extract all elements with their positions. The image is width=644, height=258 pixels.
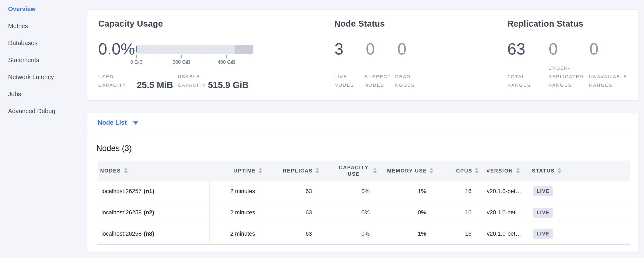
node-id: (n2) [144,209,154,216]
axis-tick [226,55,226,58]
nodes-count-heading: Nodes (3) [96,144,132,153]
capacity-usage-title: Capacity Usage [98,19,163,29]
cpus-cell: 16 [426,230,472,237]
uptime-cell: 2 minutes [210,230,255,237]
capacity-bar-other-segment [235,45,253,54]
capacity-bar-usable-segment [136,45,235,54]
column-header-nodes[interactable]: NODES [98,168,210,174]
capacity-use-cell: 0% [312,209,370,216]
node-address-cell[interactable]: localhost:26258 (n3) [98,223,210,244]
column-header-replicas[interactable]: REPLICAS [255,168,312,174]
uptime-cell: 2 minutes [210,209,255,216]
used-capacity-value: 25.5 MiB [137,80,173,90]
cpus-cell: 16 [426,188,472,195]
dead-nodes-label: DEAD NODES [395,73,415,89]
column-header-memory-use[interactable]: MEMORY USE [370,168,426,174]
usable-capacity-value: 515.9 GiB [208,80,248,90]
cpus-cell: 16 [426,209,472,216]
status-cell: LIVE [532,186,630,196]
memory-use-cell: 1% [370,230,426,237]
sidebar-item-overview[interactable]: Overview [0,1,86,18]
sidebar-item-databases[interactable]: Databases [0,35,86,51]
unavailable-ranges-label: UNAVAILABLE RANGES [589,73,627,89]
column-header-cpus[interactable]: CPUS [426,168,472,174]
table-row-node-2[interactable]: localhost:26259 (n2) 2 minutes 63 0% 0% … [98,202,630,223]
node-id: (n1) [144,188,154,195]
cluster-summary-card: Capacity Usage 0.0% 0 GiB 200 GiB 400 Gi… [86,9,639,101]
axis-label-200: 200 GiB [166,59,196,65]
memory-use-cell: 1% [370,188,426,195]
live-nodes-count: 3 [334,40,343,57]
capacity-bar-used-marker [136,46,137,52]
version-cell: v20.1.0-bet… [472,230,532,237]
node-list-card: Node List Nodes (3) NODES UPTIME REPLICA… [86,113,639,252]
total-ranges-label: TOTAL RANGES [507,73,531,89]
sidebar-item-jobs[interactable]: Jobs [0,85,86,102]
node-status-title: Node Status [334,19,385,29]
status-badge: LIVE [533,229,553,239]
sort-icon [516,168,520,174]
used-capacity-label: USED CAPACITY [98,73,126,89]
under-replicated-ranges-label: UNDER- REPLICATED RANGES [548,64,584,89]
sort-icon [124,168,128,174]
total-ranges-count: 63 [507,40,526,57]
sidebar-item-advanced-debug[interactable]: Advanced Debug [0,102,86,119]
nodes-table-header-row: NODES UPTIME REPLICAS CAPACITY USE MEMOR… [98,161,630,181]
column-header-uptime[interactable]: UPTIME [210,168,255,174]
memory-use-cell: 0% [370,209,426,216]
version-cell: v20.1.0-bet… [472,188,532,195]
column-header-version[interactable]: VERSION [472,168,532,174]
node-address-cell[interactable]: localhost:26257 (n1) [98,181,210,202]
axis-tick [249,55,249,58]
status-badge: LIVE [533,208,553,218]
suspect-nodes-label: SUSPECT NODES [364,73,391,89]
status-cell: LIVE [532,229,630,239]
node-list-toolbar: Node List [87,113,638,132]
replicas-cell: 63 [255,209,312,216]
capacity-used-percent: 0.0% [98,40,135,57]
status-cell: LIVE [532,208,630,218]
table-row-node-1[interactable]: localhost:26257 (n1) 2 minutes 63 0% 1% … [98,181,630,202]
axis-label-400: 400 GiB [212,59,241,65]
replication-status-title: Replication Status [507,19,583,29]
column-header-status[interactable]: STATUS [532,168,630,174]
node-id: (n3) [144,230,154,237]
nodes-table: NODES UPTIME REPLICAS CAPACITY USE MEMOR… [98,161,630,245]
node-list-dropdown[interactable]: Node List [98,119,138,126]
replicas-cell: 63 [255,230,312,237]
unavailable-ranges-count: 0 [590,40,598,57]
sidebar-item-network-latency[interactable]: Network Latency [0,68,86,85]
node-list-dropdown-label: Node List [98,119,127,126]
axis-tick [159,55,159,58]
capacity-use-cell: 0% [312,230,370,237]
uptime-cell: 2 minutes [210,188,255,195]
axis-label-0: 0 GiB [122,59,151,65]
status-badge: LIVE [533,186,553,196]
table-row-node-3[interactable]: localhost:26258 (n3) 2 minutes 63 0% 1% … [98,223,630,245]
axis-tick [181,55,182,58]
version-cell: v20.1.0-bet… [472,209,532,216]
replicas-cell: 63 [255,188,312,195]
chevron-down-icon [133,121,138,125]
capacity-use-cell: 0% [312,188,370,195]
sidebar-item-metrics[interactable]: Metrics [0,18,86,35]
usable-capacity-label: USABLE CAPACITY [178,73,206,89]
axis-tick [204,55,204,58]
sort-icon [558,168,562,174]
capacity-bar-chart [136,45,253,54]
live-nodes-label: LIVE NODES [334,73,354,89]
suspect-nodes-count: 0 [366,40,375,57]
node-address-cell[interactable]: localhost:26259 (n2) [98,202,210,223]
axis-tick [136,55,137,58]
sidebar: Overview Metrics Databases Statements Ne… [0,0,86,119]
dead-nodes-count: 0 [398,40,406,57]
under-replicated-ranges-count: 0 [549,40,558,57]
sidebar-item-statements[interactable]: Statements [0,51,86,68]
column-header-capacity-use[interactable]: CAPACITY USE [312,164,370,177]
